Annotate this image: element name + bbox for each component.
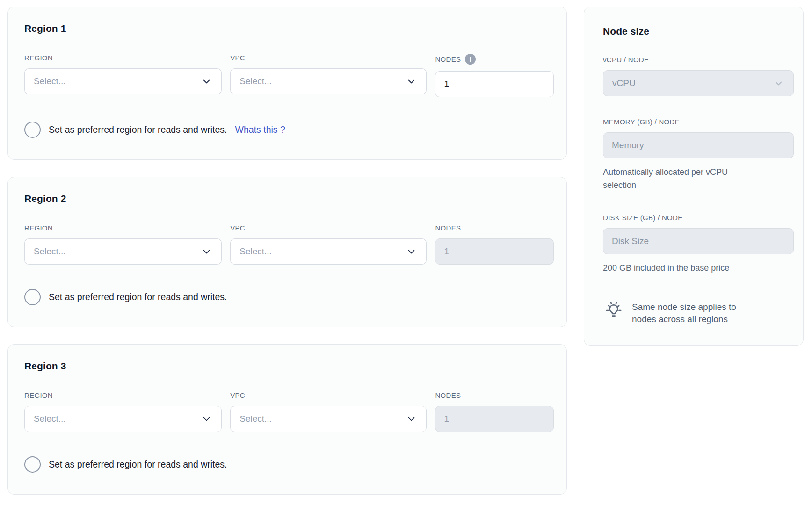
chevron-down-icon: [406, 414, 417, 424]
region-3-region-select[interactable]: Select...: [24, 406, 222, 432]
vcpu-label: vCPU / NODE: [603, 56, 794, 64]
node-size-card: Node size vCPU / NODE vCPU MEMORY (GB) /…: [584, 7, 804, 346]
region-1-region-field: REGION Select...: [24, 54, 222, 97]
vcpu-select[interactable]: vCPU: [603, 70, 794, 96]
node-size-title: Node size: [603, 26, 794, 37]
region-3-nodes-field: NODES: [435, 391, 554, 432]
node-size-tip-text: Same node size applies to nodes across a…: [632, 301, 753, 326]
region-2-card: Region 2 REGION Select... VPC Select...: [7, 177, 567, 327]
disk-size-label: DISK SIZE (GB) / NODE: [603, 214, 794, 222]
region-2-preferred-radio[interactable]: [24, 289, 41, 305]
region-2-vpc-field: VPC Select...: [230, 224, 427, 265]
region-3-region-label: REGION: [24, 391, 222, 399]
region-3-card: Region 3 REGION Select... VPC Select...: [7, 344, 567, 495]
region-3-vpc-select[interactable]: Select...: [230, 406, 427, 432]
region-1-region-select[interactable]: Select...: [24, 68, 222, 94]
region-1-title: Region 1: [24, 23, 554, 34]
region-3-fields: REGION Select... VPC Select...: [24, 391, 554, 432]
region-3-vpc-field: VPC Select...: [230, 391, 427, 432]
region-2-title: Region 2: [24, 193, 554, 204]
region-3-region-select-value: Select...: [34, 414, 66, 424]
region-1-nodes-label-text: NODES: [435, 55, 461, 63]
region-2-fields: REGION Select... VPC Select...: [24, 224, 554, 265]
region-1-nodes-label: NODES i: [435, 54, 554, 65]
region-1-vpc-field: VPC Select...: [230, 54, 427, 97]
chevron-down-icon: [406, 76, 417, 87]
disk-size-field: DISK SIZE (GB) / NODE 200 GB included in…: [603, 214, 794, 275]
info-icon[interactable]: i: [465, 54, 476, 65]
region-2-vpc-label: VPC: [230, 224, 427, 232]
region-1-preferred-label: Set as preferred region for reads and wr…: [49, 124, 227, 135]
region-3-region-field: REGION Select...: [24, 391, 222, 432]
region-2-vpc-select-value: Select...: [239, 246, 272, 257]
region-1-region-label: REGION: [24, 54, 222, 62]
region-2-preferred-row: Set as preferred region for reads and wr…: [24, 289, 554, 305]
region-1-card: Region 1 REGION Select... VPC Select...: [7, 7, 567, 160]
disk-size-helper-text: 200 GB included in the base price: [603, 262, 794, 275]
region-3-preferred-radio[interactable]: [24, 456, 41, 473]
region-1-preferred-radio[interactable]: [24, 122, 41, 138]
region-1-vpc-select-value: Select...: [239, 76, 272, 86]
region-2-preferred-label: Set as preferred region for reads and wr…: [49, 292, 227, 302]
region-3-nodes-input: [435, 406, 554, 432]
chevron-down-icon: [773, 78, 784, 89]
memory-input: [603, 132, 794, 158]
chevron-down-icon: [406, 246, 417, 257]
region-2-nodes-input: [435, 238, 554, 265]
region-1-nodes-field: NODES i: [435, 54, 554, 97]
region-2-nodes-field: NODES: [435, 224, 554, 265]
region-1-preferred-row: Set as preferred region for reads and wr…: [24, 122, 554, 138]
region-2-vpc-select[interactable]: Select...: [230, 238, 427, 265]
region-2-region-label: REGION: [24, 224, 222, 232]
vcpu-select-value: vCPU: [612, 78, 636, 88]
chevron-down-icon: [201, 246, 212, 257]
region-1-vpc-label: VPC: [230, 54, 427, 62]
region-2-region-select-value: Select...: [34, 246, 66, 257]
region-2-region-field: REGION Select...: [24, 224, 222, 265]
region-3-title: Region 3: [24, 360, 554, 372]
memory-field: MEMORY (GB) / NODE Automatically allocat…: [603, 118, 794, 192]
region-3-vpc-select-value: Select...: [239, 414, 272, 424]
region-1-region-select-value: Select...: [34, 76, 66, 86]
memory-helper-text: Automatically allocated per vCPU selecti…: [603, 166, 757, 192]
region-1-fields: REGION Select... VPC Select...: [24, 54, 554, 97]
region-3-nodes-label: NODES: [435, 391, 554, 399]
region-1-vpc-select[interactable]: Select...: [230, 68, 427, 94]
region-3-preferred-row: Set as preferred region for reads and wr…: [24, 456, 554, 473]
lightbulb-icon: [603, 299, 624, 323]
cluster-settings-page: Region 1 REGION Select... VPC Select...: [0, 0, 812, 501]
disk-size-input: [603, 228, 794, 254]
node-size-tip: Same node size applies to nodes across a…: [603, 301, 794, 326]
vcpu-field: vCPU / NODE vCPU: [603, 56, 794, 96]
memory-label: MEMORY (GB) / NODE: [603, 118, 794, 126]
region-2-region-select[interactable]: Select...: [24, 238, 222, 265]
region-1-nodes-input[interactable]: [435, 71, 554, 97]
chevron-down-icon: [201, 76, 212, 87]
region-3-vpc-label: VPC: [230, 391, 427, 399]
regions-column: Region 1 REGION Select... VPC Select...: [7, 7, 567, 495]
region-3-preferred-label: Set as preferred region for reads and wr…: [49, 459, 227, 470]
chevron-down-icon: [201, 414, 212, 424]
region-2-nodes-label: NODES: [435, 224, 554, 232]
whats-this-link[interactable]: Whats this ?: [235, 124, 285, 135]
